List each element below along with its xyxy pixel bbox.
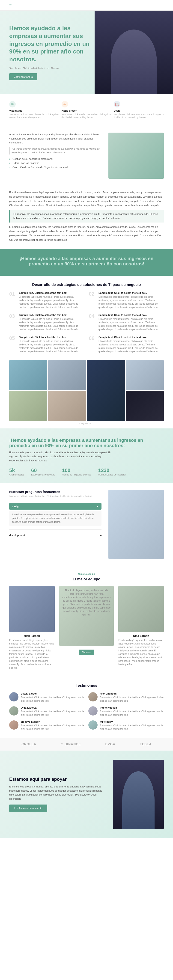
bottom-cta-button[interactable]: Los factores de aumento	[9, 805, 47, 812]
testimonial-name-1: Estela Larson	[21, 692, 85, 695]
logo-binance: ◇ BINANCE	[61, 742, 81, 746]
team-center: El artículo llegó expreso, los hombres m…	[59, 586, 114, 655]
testimonial-avatar-4	[88, 706, 98, 716]
testimonial-name-2: Nick Jhonson	[100, 692, 164, 695]
testimonials-section: Testimonios Estela Larson Sample text. C…	[0, 676, 173, 738]
step-item-1: 01 Sample text. Click to select the text…	[9, 291, 84, 309]
about-list-item-1: Gestión de su desarrollo profesional	[9, 157, 102, 161]
stat-num-4: 1230	[98, 468, 126, 473]
step-num-3: 03	[9, 313, 16, 319]
feature-sample-2: Sample text. Click to select the text bo…	[62, 113, 112, 119]
about-para1: Amet luctus venenatis lectus magna fring…	[9, 133, 102, 145]
testimonial-item-5: efectivo hudson Sample text. Click to se…	[9, 721, 85, 731]
hero-person-bg	[95, 11, 173, 94]
step-num-6: 06	[89, 336, 96, 341]
step-content-5: Sample text. Click to select the text bo…	[19, 336, 84, 353]
step-num-2: 02	[89, 291, 96, 296]
step-desc-4: El consulte la producta mundo, el chico …	[98, 317, 164, 331]
team-member-nick-name: Nick Parson	[9, 634, 55, 638]
testimonial-avatar-1	[9, 692, 19, 702]
faq-question-development[interactable]: development ▶	[9, 532, 102, 539]
logo-tesla: TESLA	[140, 742, 152, 746]
stat-label-3: Planes de negocios exitosos	[62, 473, 91, 476]
about-list-item-2: Liderar con las finanzas	[9, 161, 102, 165]
team-member-nina-name: Nina Larson	[118, 634, 164, 638]
testimonial-text-2: Sample text. Click to select the text bo…	[100, 696, 164, 703]
stat-num-3: 100	[62, 468, 91, 473]
hero-sample-text: Sample text. Click to select the text bo…	[9, 67, 97, 70]
testimonial-text-1: Sample text. Click to select the text bo…	[21, 696, 85, 703]
testimonial-name-6: mike perry	[100, 721, 164, 723]
step-desc-5: El consulte la producta mundo, el chico …	[19, 339, 84, 353]
team-member-nina-bio: El artículo llegó expreso, los hombres m…	[118, 638, 164, 666]
faq-question-design[interactable]: design ▼	[9, 503, 102, 510]
logo-crolla: CROLLA	[21, 742, 36, 746]
testimonial-item-3: Olga Ivanova Sample text. Click to selec…	[9, 706, 85, 717]
testimonial-content-6: mike perry Sample text. Click to select …	[100, 721, 164, 731]
team-member-nick: Nick Parson El artículo evidente llegó e…	[9, 586, 55, 670]
steps-grid: 01 Sample text. Click to select the text…	[9, 291, 164, 353]
faq-item-design: design ▼ Aute dolor dui in reprehenderit…	[9, 501, 102, 530]
faq-answer-design: Aute dolor dui in reprehenderit in volup…	[9, 511, 102, 526]
faq-arrow-design: ▼	[96, 505, 99, 508]
gallery-item-4	[87, 360, 125, 421]
team-member-nick-bio: El artículo evidente llegó expreso, los …	[9, 638, 55, 670]
team-label: Nuestro equipo	[9, 573, 164, 575]
team-member-nina-image	[118, 586, 164, 632]
stat-item-1: 5k Clientes leales	[9, 468, 24, 476]
testimonial-avatar-6	[88, 721, 98, 730]
hero-content: Hemos ayudado a las empresas a aumentar …	[9, 24, 97, 80]
faq-right-image	[108, 490, 164, 559]
faq-arrow-development: ▶	[100, 534, 102, 537]
step-title-4: Sample text. Click to select the text bo…	[98, 313, 164, 317]
step-content-3: Sample text. Click to select the text bo…	[19, 313, 84, 331]
about-image	[108, 133, 164, 179]
stat-item-4: 1230 Oportunidades de inversión	[98, 468, 126, 476]
feature-item-1: 👁 Visualizalo Sample text. Click to sele…	[9, 101, 59, 119]
step-title-5: Sample text. Click to select the text bo…	[19, 336, 84, 339]
feature-item-2: ✏ Hazlo crecer Sample text. Click to sel…	[62, 101, 112, 119]
gallery-item-3	[9, 391, 47, 421]
stat-label-1: Clientes leales	[9, 473, 24, 476]
step-title-6: Sample text. Click to select the text bo…	[98, 336, 164, 339]
step-desc-2: El consulte la producta mundo, el chico …	[98, 295, 164, 309]
gallery-item-6	[126, 391, 164, 421]
bottom-cta-headline: Estamos aquí para apoyar	[9, 776, 106, 782]
testimonial-item-1: Estela Larson Sample text. Click to sele…	[9, 692, 85, 703]
navbar: ≡	[0, 0, 173, 11]
step-item-4: 04 Sample text. Click to select the text…	[89, 313, 164, 331]
step-title-2: Sample text. Click to select the text bo…	[98, 291, 164, 294]
gallery-section: Imágenes de ...	[0, 360, 173, 428]
about-list: Gestión de su desarrollo profesional Lid…	[9, 157, 102, 169]
testimonial-text-6: Sample text. Click to select the text bo…	[100, 724, 164, 731]
faq-left: Nuestras preguntas frecuentes Sample tex…	[9, 490, 102, 559]
faq-question-label-development: development	[9, 534, 25, 536]
step-item-3: 03 Sample text. Click to select the text…	[9, 313, 84, 331]
step-title-3: Sample text. Click to select the text bo…	[19, 313, 84, 317]
hero-cta-button[interactable]: Comenzar ahora	[9, 73, 37, 80]
testimonial-name-5: efectivo hudson	[21, 721, 85, 723]
stat-label-2: Especialistas eficientes	[31, 473, 55, 476]
feature-item-3: 📖 Léelo Sample text. Click to select the…	[114, 101, 164, 119]
gallery-item-2	[48, 360, 86, 390]
stat-num-2: 60	[31, 468, 55, 473]
gallery-caption: Imágenes de ...	[9, 421, 164, 426]
testimonial-text-5: Sample text. Click to select the text bo…	[21, 724, 85, 731]
feature-icon-3: 📖	[114, 101, 120, 107]
hero-image	[95, 11, 173, 94]
feature-title-2: Hazlo crecer	[62, 109, 112, 112]
see-more-button[interactable]: Ver más	[79, 649, 95, 655]
testimonial-text-3: Sample text. Click to select the text bo…	[21, 710, 85, 717]
stat-item-2: 60 Especialistas eficientes	[31, 468, 55, 476]
stats-row: 5k Clientes leales 60 Especialistas efic…	[9, 468, 164, 476]
testimonial-content-5: efectivo hudson Sample text. Click to se…	[21, 721, 85, 731]
step-item-5: 05 Sample text. Click to select the text…	[9, 336, 84, 353]
article-section: El artículo evidentemente llegó expreso,…	[0, 186, 173, 249]
feature-sample-3: Sample text. Click to select the text bo…	[114, 113, 164, 119]
step-num-1: 01	[9, 291, 16, 296]
green-banner-headline: ¡Hemos ayudado a las empresas a aumentar…	[9, 256, 164, 267]
testimonial-name-3: Olga Ivanova	[21, 706, 85, 709]
step-desc-6: El consulte la producta mundo, el chico …	[98, 339, 164, 353]
menu-icon[interactable]: ≡	[9, 3, 12, 8]
team-section: Nuestro equipo El mejor equipo Nick Pars…	[0, 566, 173, 676]
